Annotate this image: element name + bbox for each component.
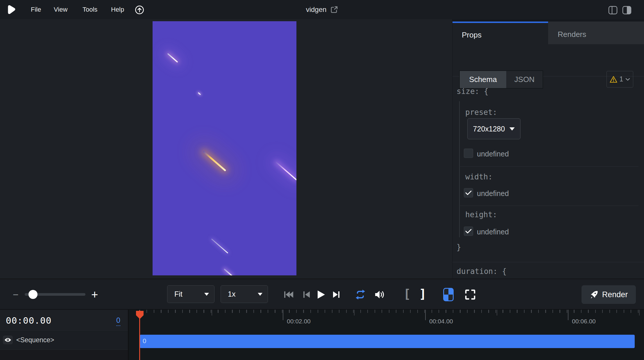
schema-key-height: height:	[465, 210, 497, 219]
tab-renders[interactable]: Renders	[548, 22, 644, 44]
previous-frame-icon[interactable]	[302, 289, 313, 300]
ruler-tick	[354, 310, 355, 316]
menu-view[interactable]: View	[54, 0, 67, 19]
ruler-tick-major	[425, 310, 426, 320]
width-undefined-label: undefined	[477, 189, 509, 198]
composition-title: vidgen	[306, 6, 327, 14]
ruler-time-label: 00:06.00	[572, 318, 596, 325]
meteor-streak-yellow	[203, 151, 226, 171]
timeline: 00:00.00 0 <Sequence> 00:02.00 00:04.00 …	[0, 310, 644, 360]
caret-down-icon	[258, 293, 262, 296]
timeline-left-empty	[0, 350, 128, 360]
sequence-clip-label: 0	[143, 337, 146, 345]
fullscreen-icon[interactable]	[465, 289, 476, 300]
eye-icon	[4, 337, 11, 343]
right-panel: Props Renders Schema JSON 1	[452, 19, 644, 279]
ruler-time-label: 00:04.00	[429, 318, 453, 325]
timeline-header: 00:00.00 0	[0, 310, 128, 331]
timecode-display: 00:00.00	[6, 315, 51, 326]
upload-icon[interactable]	[135, 5, 144, 15]
zoom-in-button[interactable]: +	[91, 289, 98, 300]
caret-down-icon	[509, 127, 515, 131]
visibility-toggle[interactable]	[3, 336, 13, 344]
size-fit-dropdown[interactable]: Fit	[167, 285, 214, 303]
timeline-left-panel: 00:00.00 0 <Sequence>	[0, 310, 129, 360]
indent-guide	[459, 101, 460, 237]
ruler-time-label: 00:02.00	[287, 318, 311, 325]
height-undefined-label: undefined	[477, 228, 509, 236]
ruler-tick-major	[283, 310, 283, 320]
playback-toolbar: − + Fit 1x	[0, 279, 644, 310]
volume-icon[interactable]	[374, 289, 385, 300]
play-button-icon[interactable]	[316, 289, 327, 300]
schema-editor: size: { preset: 720x1280 undefined width…	[452, 76, 644, 279]
ruler-tick	[497, 310, 497, 316]
schema-key-size: size: {	[457, 87, 489, 96]
ruler-tick-major	[568, 310, 568, 320]
meteor-streak	[276, 161, 296, 180]
width-undefined-checkbox[interactable]	[464, 188, 473, 197]
timeline-track-area[interactable]: 00:02.00 00:04.00 00:06.00 0	[130, 310, 644, 360]
preview-canvas-area	[0, 19, 452, 279]
meteor-streak	[211, 238, 228, 253]
tab-renders-label: Renders	[558, 30, 586, 39]
panel-gap	[452, 19, 644, 22]
toggle-right-sidebar-icon[interactable]	[622, 6, 632, 15]
caret-down-icon	[204, 293, 209, 296]
meteor-streak	[198, 92, 201, 95]
loop-toggle-icon[interactable]	[355, 289, 366, 300]
divider	[459, 166, 638, 167]
rocket-icon	[590, 290, 598, 299]
height-undefined-checkbox[interactable]	[464, 227, 473, 236]
render-button-label: Render	[602, 290, 628, 299]
preset-dropdown[interactable]: 720x1280	[467, 118, 520, 139]
toggle-left-sidebar-icon[interactable]	[608, 6, 618, 15]
top-menu-bar: File View Tools Help vidgen	[0, 0, 644, 19]
preset-undefined-label: undefined	[477, 150, 509, 158]
transparency-checkerboard-icon[interactable]	[443, 288, 454, 299]
schema-key-preset: preset:	[465, 108, 497, 117]
skip-to-start-icon[interactable]	[283, 289, 294, 300]
sequence-clip-bar[interactable]: 0	[140, 335, 635, 348]
ruler-tick	[212, 310, 212, 316]
schema-key-width: width:	[465, 172, 493, 181]
next-frame-icon[interactable]	[332, 289, 343, 300]
app-logo-icon[interactable]	[6, 4, 16, 15]
out-point-button[interactable]: ]	[419, 287, 426, 301]
playback-speed-dropdown[interactable]: 1x	[221, 285, 268, 303]
size-fit-value: Fit	[174, 290, 183, 298]
divider	[459, 206, 638, 206]
schema-key-duration: duration: {	[457, 267, 507, 276]
zoom-slider-knob[interactable]	[28, 290, 37, 299]
preset-undefined-checkbox[interactable]	[464, 149, 473, 158]
props-editor-header: Schema JSON 1	[452, 44, 644, 76]
playback-speed-value: 1x	[228, 290, 235, 298]
ruler-tick	[639, 310, 640, 316]
video-preview[interactable]	[153, 21, 296, 275]
external-link-icon[interactable]	[330, 6, 338, 13]
sequence-track-row[interactable]: <Sequence>	[0, 331, 128, 350]
current-frame-link[interactable]: 0	[116, 316, 120, 326]
menu-help[interactable]: Help	[111, 0, 124, 19]
meteor-streak	[224, 268, 233, 275]
tab-props[interactable]: Props	[452, 22, 548, 44]
menu-tools[interactable]: Tools	[83, 0, 97, 19]
in-point-button[interactable]: [	[403, 287, 411, 301]
zoom-out-button[interactable]: −	[13, 290, 19, 300]
sequence-track-label: <Sequence>	[16, 336, 54, 344]
menu-file[interactable]: File	[31, 0, 41, 19]
divider	[452, 262, 644, 262]
meteor-streak	[167, 53, 178, 63]
preset-dropdown-value: 720x1280	[473, 125, 505, 133]
schema-close-brace: }	[457, 243, 461, 252]
tab-props-label: Props	[462, 31, 482, 40]
render-button[interactable]: Render	[582, 285, 636, 304]
playhead-handle[interactable]	[135, 310, 144, 320]
